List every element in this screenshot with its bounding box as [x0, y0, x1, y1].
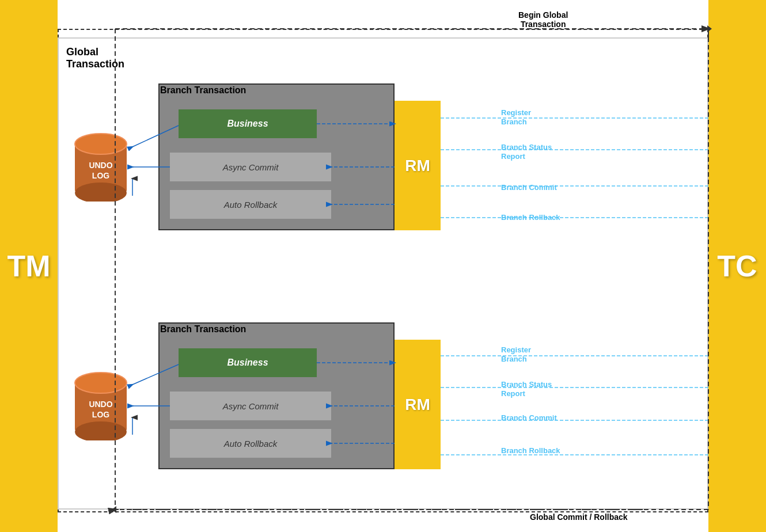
- undo-log-1: UNDO LOG: [69, 127, 132, 202]
- auto-rollback-1: Auto Rollback: [170, 190, 331, 219]
- svg-text:LOG: LOG: [92, 171, 109, 180]
- async-commit-label-1: Async Commit: [223, 162, 279, 172]
- async-commit-1: Async Commit: [170, 153, 331, 181]
- branch-rollback-1-label: Branch Rollback: [501, 213, 560, 222]
- svg-text:UNDO: UNDO: [89, 400, 112, 409]
- rm-1: RM: [395, 101, 441, 230]
- svg-text:LOG: LOG: [92, 410, 109, 419]
- business-box-1: Business: [179, 109, 317, 138]
- undo-log-2: UNDO LOG: [69, 366, 132, 440]
- rm-label-2: RM: [405, 396, 430, 414]
- business-box-2: Business: [179, 348, 317, 377]
- async-commit-2: Async Commit: [170, 392, 331, 420]
- tm-label: TM: [7, 249, 50, 283]
- branch-transaction-2-label: Branch Transaction: [160, 324, 246, 335]
- auto-rollback-label-1: Auto Rollback: [224, 200, 278, 210]
- branch-status-report-1-label: Branch StatusReport: [501, 143, 552, 161]
- auto-rollback-2: Auto Rollback: [170, 429, 331, 458]
- branch-rollback-2-label: Branch Rollback: [501, 446, 560, 455]
- branch-transaction-1-label: Branch Transaction: [160, 85, 246, 96]
- branch-commit-2-label: Branch Commit: [501, 413, 557, 423]
- register-branch-1-label: RegisterBranch: [501, 108, 531, 126]
- svg-text:UNDO: UNDO: [89, 161, 112, 170]
- auto-rollback-label-2: Auto Rollback: [224, 439, 278, 449]
- global-commit-rollback-label: Global Commit / Rollback: [530, 512, 628, 522]
- tm-column: TM: [0, 0, 58, 532]
- begin-global-transaction-label: Begin GlobalTransaction: [518, 10, 568, 29]
- business-label-2: Business: [227, 358, 268, 368]
- tc-label: TC: [717, 249, 757, 283]
- async-commit-label-2: Async Commit: [223, 401, 279, 411]
- business-label-1: Business: [227, 119, 268, 129]
- global-transaction-label: GlobalTransaction: [66, 46, 124, 70]
- tc-column: TC: [708, 0, 766, 532]
- branch-status-report-2-label: Branch StatusReport: [501, 380, 552, 398]
- branch-commit-1-label: Branch Commit: [501, 183, 557, 192]
- rm-2: RM: [395, 340, 441, 469]
- register-branch-2-label: RegisterBranch: [501, 345, 531, 363]
- rm-label-1: RM: [405, 157, 430, 175]
